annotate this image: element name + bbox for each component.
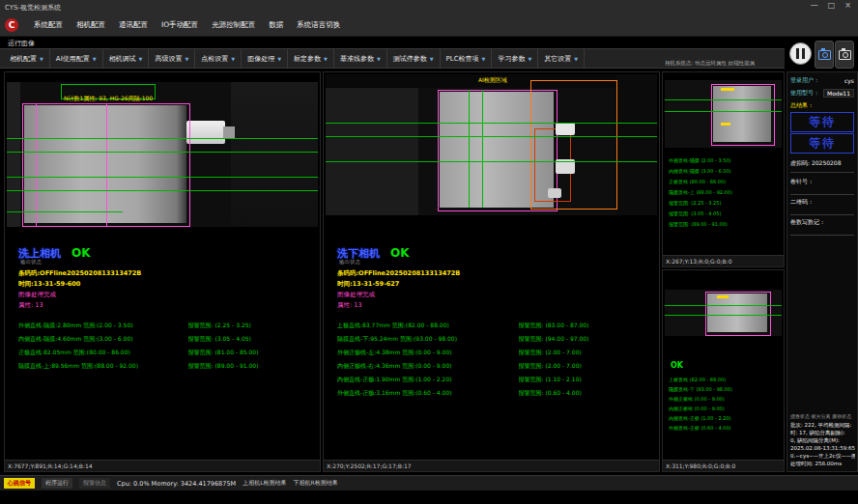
camera-capture-button[interactable] xyxy=(815,41,834,69)
panel-field: 二维码： xyxy=(790,198,854,215)
menu-item[interactable]: IO手动配置 xyxy=(155,20,205,30)
measurement-value: 正极直线:82.05mm 范围:(80.00 - 86.00) xyxy=(18,349,188,362)
minimize-button[interactable]: — xyxy=(806,1,823,10)
alarm-range: 报警范围: (94.00 - 97.00) xyxy=(519,335,655,349)
alarm-range: 报警范围: (2.00 - 7.00) xyxy=(519,349,655,362)
model-value[interactable]: Mode11 xyxy=(823,89,854,98)
right-panel: 登录用户： cys 使用型号： Mode11 总结果： 等待等待 虚拟码: 20… xyxy=(786,71,858,472)
measurement-value: 隔膜直线-下:95.24mm 范围:(93.00 - 98.00) xyxy=(337,335,519,349)
divider xyxy=(790,172,854,173)
maximize-button[interactable]: □ xyxy=(823,1,841,10)
measure-line xyxy=(665,305,782,306)
menu-item[interactable]: 系统配置 xyxy=(27,20,70,30)
measurement-row: 隔膜直线-上:89.56mm 范围:(88.00 - 92.00) 报警范围: … xyxy=(18,362,316,376)
tab[interactable]: PLC检查项 ▼ xyxy=(441,49,493,68)
cursor-coordinates: X:270;Y:2502;R:17;G:17;B:17 xyxy=(324,460,659,471)
overlay-mark xyxy=(721,123,730,126)
panel-field-label: 卷数写数记： xyxy=(790,218,825,225)
tab-label: 相机配置 xyxy=(10,54,37,64)
tab[interactable]: 点检设置 ▼ xyxy=(195,49,242,68)
tab[interactable]: 相机配置 ▼ xyxy=(4,49,50,68)
attribute-text: 属性: 13 xyxy=(337,301,362,310)
measurement-line-text: 内侧直线-正极 (1.00 - 2.20) xyxy=(669,413,782,423)
tab[interactable]: 测试停参数 ▼ xyxy=(387,49,441,68)
camera-settings-button[interactable] xyxy=(835,41,854,69)
camera-view-side-bottom[interactable]: OK 上极直线 (82.00 - 88.00)隔膜直线-下 (93.00 - 9… xyxy=(662,269,785,472)
chevron-down-icon: ▼ xyxy=(482,56,486,62)
result-ok-badge: OK xyxy=(390,246,410,260)
menu-bar: C 系统配置相机配置通讯配置IO手动配置光源控制配置数据系统语言切换 xyxy=(0,14,858,37)
menu-item[interactable]: 系统语言切换 xyxy=(290,20,347,30)
measurement-line-text: 隔膜直线-下 (93.00 - 98.00) xyxy=(669,384,782,394)
measurement-value: 内侧正极线-右:4.36mm 范围:(0.00 - 9.00) xyxy=(337,362,519,376)
upper-camera-result-text: 上相机L检测结果 xyxy=(243,479,286,488)
machine-background xyxy=(418,74,432,215)
close-button[interactable]: × xyxy=(840,1,856,10)
tab[interactable]: 学习参数 ▼ xyxy=(492,49,538,68)
pause-button[interactable] xyxy=(789,42,812,65)
window-controls: — □ × xyxy=(806,1,856,10)
model-label: 使用型号： xyxy=(790,89,819,98)
processing-status: 图像处理完成 xyxy=(18,291,56,299)
measurement-row: 内侧直线-隔膜:4.60mm 范围:(3.00 - 6.00) 报警范围: (3… xyxy=(18,335,316,349)
measure-line xyxy=(482,90,483,208)
measure-line xyxy=(326,123,657,124)
overlay-mark xyxy=(717,295,729,298)
chevron-down-icon: ▼ xyxy=(277,56,281,62)
tab-label: 高级设置 xyxy=(155,54,182,64)
process-info-line: 0, 缺陷间隔分离(M): xyxy=(790,436,855,444)
measurement-line-text: 报警范围: (2.25 - 3.25) xyxy=(669,198,782,209)
result-ok-badge: OK xyxy=(671,361,683,370)
measurement-line-text: 外侧直线-隔膜 (2.00 - 3.50) xyxy=(669,155,782,166)
menu-item[interactable]: 相机配置 xyxy=(70,20,112,30)
tab-label: 其它设置 xyxy=(544,54,571,64)
result-status-boxes: 等待等待 xyxy=(790,112,854,154)
panel-field-input[interactable] xyxy=(790,208,854,215)
chevron-down-icon: ▼ xyxy=(430,56,434,62)
tab[interactable]: 标定参数 ▼ xyxy=(288,49,334,68)
program-running-chip: 程序运行 xyxy=(42,478,72,489)
tab[interactable]: 高级设置 ▼ xyxy=(149,49,195,68)
tab[interactable]: 基准线参数 ▼ xyxy=(334,49,387,68)
overlay-mark xyxy=(721,88,734,91)
processing-status: 图像处理完成 xyxy=(337,291,375,299)
alarm-range: 报警范围: (0.60 - 4.00) xyxy=(519,389,655,403)
measure-line xyxy=(7,177,318,178)
alarm-range: 报警范围: (81.00 - 85.00) xyxy=(188,349,316,362)
attribute-text: 属性: 13 xyxy=(18,301,43,310)
menu-item[interactable]: 通讯配置 xyxy=(112,20,155,30)
measurement-row: 外侧正极线-左:4.38mm 范围:(0.00 - 9.00) 报警范围: (2… xyxy=(337,349,655,362)
total-result-label: 总结果： xyxy=(790,101,854,110)
camera-view-upper[interactable]: N计数1属性: 93, HG-26间隔:100 洗上相机 OK 输出状态 条码码… xyxy=(4,71,321,472)
panel-field-input[interactable] xyxy=(790,187,854,195)
camera-icon xyxy=(839,50,851,60)
tab[interactable]: 图像处理 ▼ xyxy=(242,49,288,68)
camera-view-lower[interactable]: AI检测区域 洗下相机 OK 输出状态 条码码:OFFline202502081… xyxy=(323,71,660,472)
tab[interactable]: 相机调试 ▼ xyxy=(103,49,150,68)
menu-item[interactable]: 数据 xyxy=(262,20,290,30)
measurement-list: 上极直线:83.77mm 范围:(82.00 - 88.00) 报警范围: (8… xyxy=(337,322,655,403)
alarm-range: 报警范围: (83.00 - 87.00) xyxy=(519,322,655,335)
chevron-down-icon: ▼ xyxy=(377,56,381,62)
measurement-row: 正极直线:82.05mm 范围:(80.00 - 86.00) 报警范围: (8… xyxy=(18,349,316,362)
camera-image-side-bottom xyxy=(665,290,782,336)
ai-region-label: AI检测区域 xyxy=(478,76,507,85)
alarm-info-chip[interactable]: 报警信息 xyxy=(79,478,110,489)
tab[interactable]: 其它设置 ▼ xyxy=(538,49,585,68)
roi-rect xyxy=(711,84,775,146)
menu-item[interactable]: 光源控制配置 xyxy=(205,20,262,30)
panel-field-input[interactable] xyxy=(790,228,854,236)
output-status-label: 输出状态 xyxy=(20,259,42,266)
measurement-value: 外侧正极线-左:4.38mm 范围:(0.00 - 9.00) xyxy=(337,349,519,362)
measurement-row: 内侧正极线-右:4.36mm 范围:(0.00 - 9.00) 报警范围: (2… xyxy=(337,362,655,376)
tab[interactable]: AI使用配置 ▼ xyxy=(50,49,103,68)
camera-view-side-top[interactable]: 外侧直线-隔膜 (2.00 - 3.50)内侧直线-隔膜 (3.00 - 6.0… xyxy=(662,71,785,267)
result-status-box: 等待 xyxy=(790,112,854,132)
measurement-value: 内侧直线-正极:1.90mm 范围:(1.00 - 2.20) xyxy=(337,376,519,389)
window-title: CYS-视觉检测系统 xyxy=(5,3,61,13)
machine-background xyxy=(326,74,432,215)
chevron-down-icon: ▼ xyxy=(528,56,531,62)
measure-line xyxy=(7,152,318,153)
time-text: 时间:13-31-59-627 xyxy=(337,280,399,289)
measurement-row: 内侧直线-正极:1.90mm 范围:(1.00 - 2.20) 报警范围: (1… xyxy=(337,376,655,389)
